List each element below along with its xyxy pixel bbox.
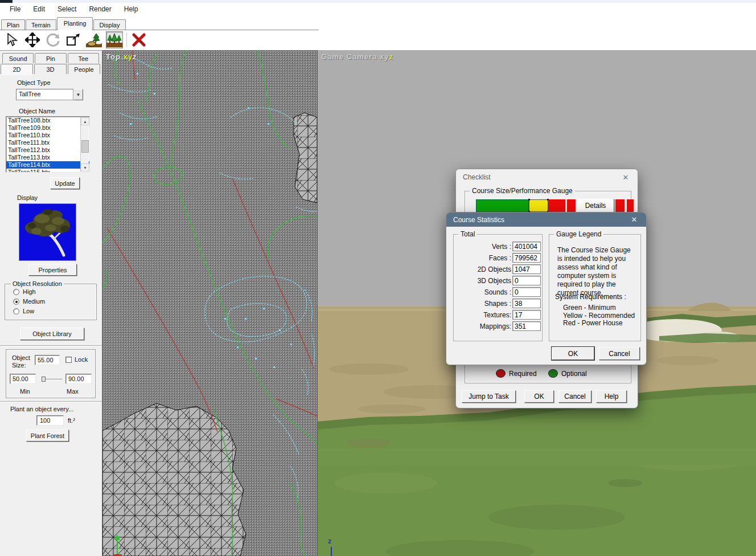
view-name-top: Top — [106, 52, 121, 61]
stats-titlebar[interactable]: Course Statistics ✕ — [446, 212, 646, 227]
resolution-label: Low — [23, 308, 34, 314]
checklist-ok-button[interactable]: OK — [524, 390, 554, 403]
gauge-red-block — [615, 199, 624, 212]
scale-tool-button[interactable] — [65, 31, 82, 48]
scroll-down-icon[interactable]: ▼ — [81, 163, 89, 171]
plant-tree-tool-button[interactable] — [85, 31, 102, 48]
delete-x-icon — [132, 33, 146, 47]
menu-item-help[interactable]: Help — [119, 4, 143, 14]
object-name-item[interactable]: TallTree110.btx — [6, 132, 89, 139]
resolution-option-high[interactable]: High — [13, 288, 45, 295]
stat-value[interactable]: 401004 — [512, 242, 541, 251]
checklist-cancel-button[interactable]: Cancel — [558, 390, 591, 403]
object-name-item[interactable]: TallTree111.btx — [6, 139, 89, 146]
panel-tab-pin[interactable]: Pin — [35, 53, 66, 63]
delete-tool-button[interactable] — [130, 31, 147, 48]
cancel-button[interactable]: Cancel — [599, 347, 640, 360]
max-size-input[interactable]: 90.00 — [65, 374, 92, 384]
panel-tab-tee[interactable]: Tee — [68, 53, 99, 63]
object-type-combobox[interactable]: TallTree ▼ — [16, 89, 83, 100]
rotate-tool-button[interactable] — [44, 31, 61, 48]
menu-item-edit[interactable]: Edit — [28, 4, 50, 14]
tab-plan[interactable]: Plan — [1, 19, 25, 31]
panel-tab-sound[interactable]: Sound — [2, 53, 34, 63]
scroll-up-icon[interactable]: ▲ — [81, 117, 89, 125]
object-name-listbox[interactable]: TallTree108.btxTallTree109.btxTallTree11… — [6, 116, 90, 173]
view-name-game-camera: Game Camera — [321, 52, 377, 61]
checklist-titlebar[interactable]: Checklist ✕ — [456, 169, 638, 185]
stat-row: Mappings:351 — [454, 321, 543, 333]
object-name-item[interactable]: TallTree109.btx — [6, 124, 89, 132]
stat-value[interactable]: 799562 — [512, 253, 541, 263]
stat-value[interactable]: 0 — [512, 287, 541, 297]
required-label: Required — [509, 370, 537, 378]
scrollbar-thumb[interactable] — [81, 140, 89, 153]
close-icon[interactable]: ✕ — [629, 215, 639, 224]
tab-display[interactable]: Display — [93, 19, 125, 31]
ok-button[interactable]: OK — [552, 347, 594, 360]
object-name-item[interactable]: TallTree114.btx — [6, 161, 89, 169]
tab-terrain[interactable]: Terrain — [26, 19, 56, 31]
tab-planting[interactable]: Planting — [57, 17, 93, 30]
object-name-item[interactable]: TallTree108.btx — [6, 117, 89, 124]
resolution-option-low[interactable]: Low — [13, 308, 45, 314]
object-name-item[interactable]: TallTree115.btx — [6, 169, 89, 173]
object-name-item[interactable]: TallTree112.btx — [6, 146, 89, 154]
stat-value[interactable]: 1047 — [512, 264, 541, 274]
object-name-item[interactable]: TallTree113.btx — [6, 154, 89, 161]
panel-tab-row-front: 2D3DPeople — [1, 64, 102, 74]
radio-icon — [13, 299, 19, 305]
optional-label: Optional — [561, 370, 587, 378]
plant-forest-tool-button[interactable] — [106, 31, 123, 48]
select-tool-button[interactable] — [3, 31, 20, 48]
plant-every-input[interactable]: 100 — [36, 415, 64, 426]
checklist-help-button[interactable]: Help — [596, 390, 627, 403]
gauge-yellow-thumb[interactable] — [529, 199, 548, 212]
resolution-option-medium[interactable]: Medium — [13, 298, 45, 305]
menu-item-select[interactable]: Select — [52, 4, 81, 14]
tree-preview-icon — [19, 204, 76, 260]
panel-tab-people[interactable]: People — [68, 64, 100, 74]
z-axis-origin-label: z — [328, 537, 331, 545]
axes-xy-label: xy — [123, 52, 132, 61]
stat-value[interactable]: 38 — [512, 299, 541, 308]
details-button[interactable]: Details — [577, 199, 614, 212]
radio-icon — [13, 308, 19, 314]
plant-forest-button[interactable]: Plant Forest — [26, 430, 69, 441]
chevron-down-icon: ▼ — [76, 92, 81, 97]
object-resolution-group: Object Resolution HighMediumLow — [5, 284, 97, 320]
display-label: Display — [17, 194, 38, 201]
stat-value[interactable]: 17 — [512, 310, 541, 320]
move-tool-button[interactable] — [24, 31, 41, 48]
gauge-legend-label: Gauge Legend — [554, 230, 603, 238]
panel-tab-3d[interactable]: 3D — [34, 64, 67, 74]
update-button[interactable]: Update — [50, 177, 80, 189]
menu-item-render[interactable]: Render — [84, 4, 116, 14]
panel-tab-2d[interactable]: 2D — [1, 64, 33, 74]
close-icon[interactable]: ✕ — [621, 173, 631, 182]
stat-label: 2D Objects — [478, 265, 511, 273]
lock-checkbox[interactable]: Lock — [65, 356, 88, 363]
checklist-jump-to-task-button[interactable]: Jump to Task — [462, 390, 516, 403]
properties-button[interactable]: Properties — [28, 264, 77, 276]
scale-square-icon — [66, 33, 81, 47]
object-name-label: Object Name — [19, 108, 55, 115]
viewport-2d-top[interactable]: Top xyz — [102, 50, 317, 556]
stat-row: 3D Objects0 — [454, 276, 543, 287]
size-slider-thumb[interactable] — [42, 377, 46, 382]
stat-row: Verts :401004 — [454, 242, 543, 253]
stat-value[interactable]: 351 — [512, 321, 541, 331]
stat-value[interactable]: 0 — [512, 276, 541, 285]
listbox-scrollbar[interactable]: ▲ ▼ — [80, 117, 89, 171]
gauge-red-segment — [548, 199, 565, 212]
combobox-dropdown-button[interactable]: ▼ — [73, 89, 83, 100]
toolbar — [0, 30, 756, 50]
axes-xy-label: xy — [380, 52, 389, 61]
object-library-button[interactable]: Object Library — [20, 328, 84, 340]
menu-item-file[interactable]: File — [5, 4, 26, 14]
min-size-input[interactable]: 50.00 — [10, 374, 36, 384]
stat-row: Sounds :0 — [454, 287, 543, 299]
object-size-input[interactable]: 55.00 — [35, 355, 60, 365]
stat-label: Textures: — [483, 311, 511, 319]
object-type-label: Object Type — [17, 79, 51, 86]
